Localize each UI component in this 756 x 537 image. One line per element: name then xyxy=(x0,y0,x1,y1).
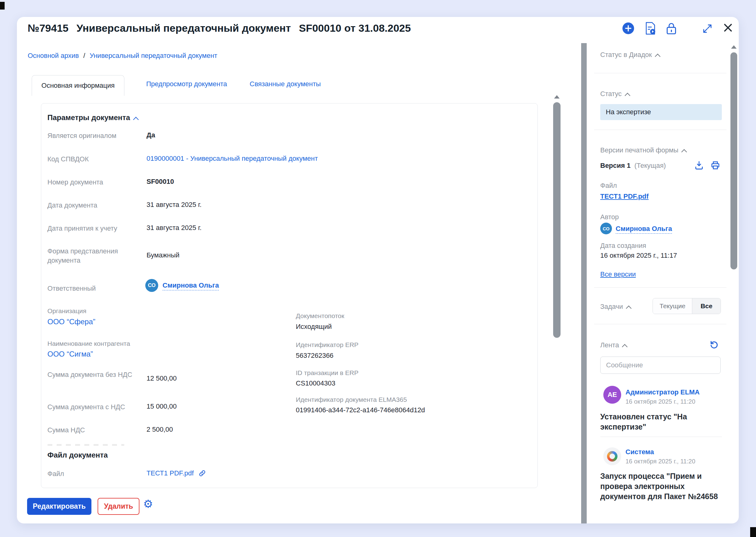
breadcrumb-root-link[interactable]: Основной архив xyxy=(28,52,79,60)
panel-splitter[interactable] xyxy=(581,43,587,523)
collapse-chevron-icon xyxy=(655,54,660,59)
field-label: Сумма документа без НДС xyxy=(47,370,137,379)
feed-title: Лента xyxy=(600,341,619,349)
screen-artifact-bottom-right xyxy=(750,527,756,537)
gear-icon[interactable]: ⚙ xyxy=(143,499,153,510)
created-value: 16 октября 2025 г., 11:17 xyxy=(600,252,677,260)
sidebar-divider xyxy=(594,130,727,130)
field-label: Код СПВДОК xyxy=(47,155,89,163)
doc-subtitle: SF00010 от 31.08.2025 xyxy=(299,22,411,34)
tab-preview[interactable]: Предпросмотр документа xyxy=(146,80,227,88)
tasks-filter-toggle: Текущие Все xyxy=(653,298,721,314)
feed-header[interactable]: Лента xyxy=(600,341,627,349)
field-label: ID транзакции в ERP xyxy=(296,369,358,377)
diadoc-status-title: Статус в Диадок xyxy=(600,51,652,59)
link-chain-icon[interactable] xyxy=(198,469,206,478)
field-label: Сумма НДС xyxy=(47,426,85,434)
delete-button[interactable]: Удалить xyxy=(98,498,139,515)
field-label: Сумма документа с НДС xyxy=(47,403,125,411)
print-icon[interactable] xyxy=(710,160,720,172)
tasks-header[interactable]: Задачи xyxy=(600,303,631,311)
main-scroll-up-arrow[interactable] xyxy=(554,95,560,99)
report-document-icon[interactable] xyxy=(645,21,656,36)
lock-icon[interactable] xyxy=(665,21,678,37)
feed-item-text: Установлен статус "На экспертизе" xyxy=(600,412,716,432)
field-value: Бумажный xyxy=(146,251,179,259)
field-label: Ответственный xyxy=(47,284,96,293)
tab-preview-label: Предпросмотр документа xyxy=(146,80,227,88)
sidebar-scroll-up-arrow[interactable] xyxy=(731,45,736,49)
author-user-link[interactable]: Смирнова Ольга xyxy=(616,225,672,234)
collapse-chevron-icon xyxy=(622,344,627,350)
field-value: 12 500,00 xyxy=(146,374,177,383)
version-state: (Текущая) xyxy=(634,162,666,169)
file-link[interactable]: ТЕСТ1 PDF.pdf xyxy=(146,469,194,477)
field-label: Идентификатор ERP xyxy=(296,341,359,349)
feed-item-date: 16 октября 2025 г., 11:20 xyxy=(625,398,696,405)
edit-button[interactable]: Редактировать xyxy=(27,498,92,515)
sidebar-divider xyxy=(594,324,727,324)
main-scrollbar-thumb[interactable] xyxy=(553,102,561,338)
status-header[interactable]: Статус xyxy=(600,90,629,98)
sidebar-divider xyxy=(594,287,727,288)
tasks-filter-all[interactable]: Все xyxy=(692,298,721,314)
contragent-link[interactable]: ООО “Сигма” xyxy=(47,350,93,358)
collapse-chevron-icon xyxy=(626,306,631,311)
avatar: СО xyxy=(145,279,158,292)
responsible-user-link[interactable]: Смирнова Ольга xyxy=(163,281,219,290)
organization-link[interactable]: ООО “Сфера” xyxy=(47,317,96,326)
version-file-link[interactable]: ТЕСТ1 PDF.pdf xyxy=(600,192,649,200)
tasks-filter-current[interactable]: Текущие xyxy=(653,298,692,314)
status-badge: На экспертизе xyxy=(600,104,722,120)
field-value: Да xyxy=(146,131,155,139)
expand-icon[interactable] xyxy=(702,23,713,35)
tab-related[interactable]: Связанные документы xyxy=(250,80,321,88)
field-label: Организация xyxy=(47,307,87,315)
message-input[interactable] xyxy=(600,356,721,374)
download-icon[interactable] xyxy=(694,160,704,172)
field-label: Документопоток xyxy=(296,312,344,320)
all-versions-link[interactable]: Все версии xyxy=(600,270,636,278)
field-value: 5637262366 xyxy=(296,351,333,360)
field-label: Номер документа xyxy=(47,178,103,186)
feed-item-text: Запуск процесса "Прием и провера электро… xyxy=(600,471,722,502)
tasks-title: Задачи xyxy=(600,303,623,310)
avatar: AE xyxy=(603,386,621,404)
feed-divider xyxy=(600,436,722,437)
field-value: 15 000,00 xyxy=(146,402,177,410)
feed-author-link[interactable]: Администратор ELMA xyxy=(625,388,700,396)
breadcrumb-current-link[interactable]: Универсальный передаточный документ xyxy=(90,52,217,60)
document-params-panel: Параметры документа Является оригиналом … xyxy=(41,103,538,488)
feed-author-link[interactable]: Система xyxy=(625,448,654,456)
breadcrumb: Основной архив / Универсальный передаточ… xyxy=(28,52,217,60)
author-label: Автор xyxy=(600,213,619,221)
field-label: Является оригиналом xyxy=(47,132,116,140)
file-link-row: ТЕСТ1 PDF.pdf xyxy=(146,469,206,478)
status-title: Статус xyxy=(600,90,622,98)
collapse-chevron-icon xyxy=(133,117,139,122)
system-avatar xyxy=(603,447,621,465)
doc-type-title: Универсальный передаточный документ xyxy=(76,22,291,34)
doc-number: №79415 xyxy=(28,22,68,34)
spvdok-link[interactable]: 0190000001 - Универсальный передаточный … xyxy=(146,154,318,163)
versions-title: Версии печатной формы xyxy=(600,146,678,154)
tab-main-info[interactable]: Основная информация xyxy=(32,75,124,96)
screen-artifact-top-left xyxy=(0,2,5,10)
diadoc-status-header[interactable]: Статус в Диадок xyxy=(600,51,660,59)
params-section-title: Параметры документа xyxy=(47,113,130,122)
version-row: Версия 1 (Текущая) xyxy=(600,162,666,170)
field-label: Файл xyxy=(47,470,64,478)
add-icon[interactable] xyxy=(622,22,635,36)
collapse-chevron-icon xyxy=(681,149,687,154)
refresh-icon[interactable] xyxy=(709,339,719,351)
system-logo-icon xyxy=(607,451,617,462)
avatar: СО xyxy=(600,223,612,234)
versions-header[interactable]: Версии печатной формы xyxy=(600,146,686,154)
sidebar-scrollbar-thumb[interactable] xyxy=(731,52,737,269)
page-title: №79415Универсальный передаточный докумен… xyxy=(28,22,411,34)
version-file-label: Файл xyxy=(600,182,617,190)
field-value: 2 500,00 xyxy=(146,426,173,434)
params-section-header[interactable]: Параметры документа xyxy=(47,113,138,122)
close-icon[interactable] xyxy=(723,22,733,34)
version-name: Версия 1 xyxy=(600,162,631,169)
